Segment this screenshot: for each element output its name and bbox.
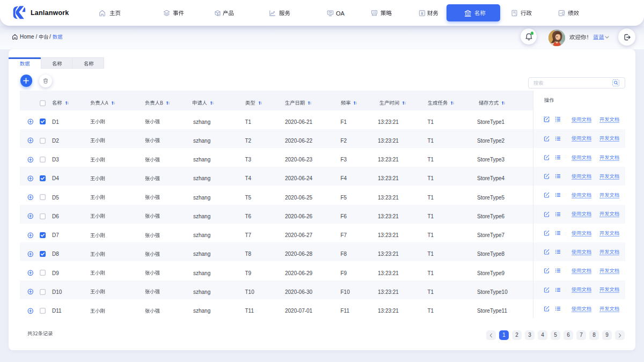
svg-text:OA: OA	[328, 11, 332, 14]
